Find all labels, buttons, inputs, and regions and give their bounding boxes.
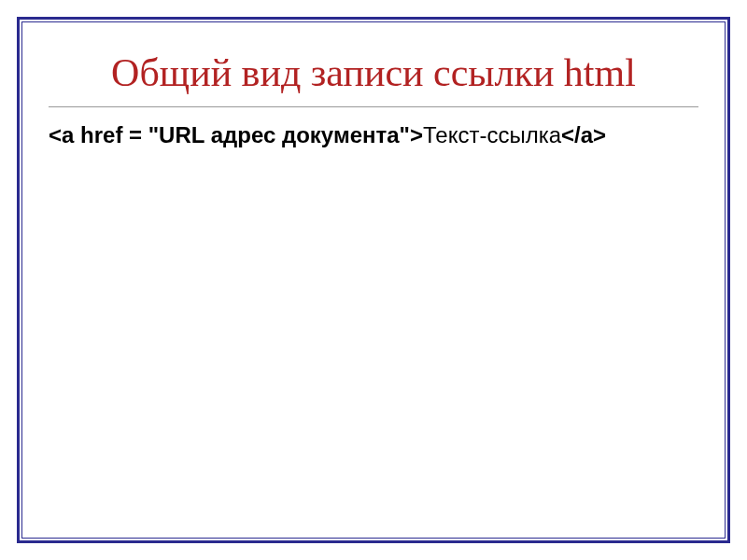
outer-frame: Общий вид записи ссылки html <a href = "… <box>17 17 730 543</box>
code-example: <a href = "URL адрес документа">Текст-сс… <box>49 120 698 149</box>
anchor-link-text: Текст-ссылка <box>423 122 561 147</box>
slide-title: Общий вид записи ссылки html <box>49 50 698 95</box>
title-divider <box>49 106 698 107</box>
inner-frame: Общий вид записи ссылки html <a href = "… <box>21 21 726 539</box>
anchor-close-tag: </a> <box>561 122 606 147</box>
anchor-open-tag: <a href = "URL адрес документа"> <box>49 122 423 147</box>
